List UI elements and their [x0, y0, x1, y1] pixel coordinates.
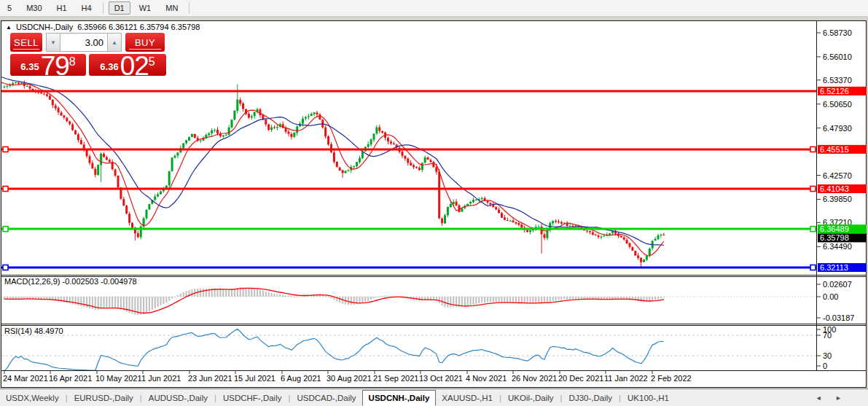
indicator-axis-label: 70 — [823, 331, 832, 340]
buy-price-display[interactable]: 6.36 02 5 — [89, 54, 166, 76]
chart-tab-bar: USDX,Weekly|EURUSD-,Daily|AUDUSD-,Daily|… — [0, 389, 868, 406]
mt4-window: { "toolbar": { "timeframes": [ {"label":… — [0, 0, 868, 406]
indicator-axis-label: 0 — [823, 362, 827, 370]
date-tick-label: 24 Mar 2021 — [3, 374, 48, 383]
bid-price-label-text: 6.35798 — [820, 233, 849, 242]
line-drag-handle[interactable] — [810, 265, 816, 270]
chevron-down-icon: ▼ — [50, 39, 56, 46]
line-drag-handle[interactable] — [3, 147, 8, 152]
buy-price-prefix: 6.36 — [100, 61, 118, 72]
date-tick-label: 23 Jun 2021 — [188, 374, 232, 383]
macd-indicator-label: MACD(12,26,9) -0.002503 -0.004978 — [4, 277, 137, 286]
buy-underline — [129, 49, 160, 50]
collapse-arrow-icon[interactable]: ▲ — [6, 24, 12, 31]
sell-underline — [13, 49, 39, 50]
timeframe-toolbar: 5M30H1H4D1W1MN — [0, 0, 868, 17]
line-drag-handle[interactable] — [3, 265, 8, 270]
price-tick-label: 6.50650 — [823, 100, 852, 109]
price-tick-label: 6.39850 — [823, 195, 852, 203]
indicator-axis-label: -0.03187 — [823, 313, 854, 322]
level-price-label-text: 6.36489 — [820, 225, 849, 233]
sell-button-label: SELL — [14, 37, 39, 48]
indicator-axis-label: 0.00 — [823, 292, 838, 301]
date-tick-label: 1 Jun 2021 — [141, 374, 181, 383]
level-price-label-text: 6.45515 — [820, 145, 849, 154]
sell-price-display[interactable]: 6.35 79 8 — [10, 54, 86, 76]
timeframe-button-H4[interactable]: H4 — [76, 1, 98, 15]
toolbar-separator — [189, 2, 189, 14]
tab-usdcnh-daily[interactable]: USDCNH-,Daily — [362, 390, 437, 406]
chart-ohlc-values: 6.35966 6.36121 6.35794 6.35798 — [77, 23, 200, 31]
tab-ukoil-daily[interactable]: UKOil-,Daily — [502, 391, 560, 405]
one-click-trade-panel: SELL ▼ ▲ BUY 6.35 79 8 6.36 02 5 — [10, 33, 166, 76]
timeframe-button-M30[interactable]: M30 — [20, 1, 47, 15]
buy-button[interactable]: BUY — [125, 33, 165, 52]
date-tick-label: 16 Apr 2021 — [49, 374, 92, 383]
sell-button[interactable]: SELL — [10, 33, 42, 52]
timeframe-button-5[interactable]: 5 — [1, 1, 17, 15]
timeframe-button-H1[interactable]: H1 — [51, 1, 73, 15]
date-tick-label: 6 Aug 2021 — [281, 374, 321, 383]
tab-usdchf-daily[interactable]: USDCHF-,Daily — [217, 391, 288, 405]
date-tick-label: 11 Jan 2022 — [604, 374, 648, 383]
tab-uk100-h1[interactable]: UK100-,H1 — [622, 391, 675, 405]
tab-xauusd-h1[interactable]: XAUUSD-,H1 — [436, 391, 498, 405]
price-tick-label: 6.58730 — [823, 28, 852, 37]
line-drag-handle[interactable] — [3, 227, 8, 232]
volume-decrease-button[interactable]: ▼ — [46, 33, 60, 52]
indicator-axis-label: 0.02607 — [823, 280, 852, 289]
date-tick-label: 13 Oct 2021 — [419, 374, 463, 383]
line-drag-handle[interactable] — [3, 187, 8, 192]
date-tick-label: 15 Jul 2021 — [234, 374, 275, 383]
date-tick-label: 26 Nov 2021 — [512, 374, 557, 383]
timeframe-button-W1[interactable]: W1 — [133, 1, 157, 15]
date-tick-label: 4 Nov 2021 — [466, 374, 507, 383]
timeframe-button-MN[interactable]: MN — [160, 1, 184, 15]
date-tick-label: 20 Dec 2021 — [558, 374, 603, 383]
sell-price-big-digits: 79 — [41, 57, 69, 76]
date-tick-label: 10 May 2021 — [95, 374, 142, 383]
date-tick-label: 30 Aug 2021 — [327, 374, 372, 383]
tab-dj30-daily[interactable]: DJ30-,Daily — [563, 391, 618, 405]
price-tick-label: 6.53370 — [823, 76, 852, 85]
level-price-label-text: 6.52126 — [820, 87, 849, 95]
tab-scroll-arrows[interactable]: ◄ ► — [816, 394, 848, 402]
timeframe-button-D1[interactable]: D1 — [109, 1, 130, 15]
buy-price-big-digits: 02 — [120, 57, 149, 76]
chart-title: ▲ USDCNH-,Daily 6.35966 6.36121 6.35794 … — [6, 23, 200, 31]
tab-audusd-daily[interactable]: AUDUSD-,Daily — [143, 391, 214, 405]
level-price-label-text: 6.41043 — [820, 184, 849, 193]
line-drag-handle[interactable] — [810, 187, 816, 192]
date-tick-label: 21 Sep 2021 — [373, 374, 418, 383]
price-tick-label: 6.56010 — [823, 52, 852, 61]
sell-price-pip-digit: 8 — [69, 58, 76, 66]
buy-button-label: BUY — [135, 37, 155, 48]
price-tick-label: 6.34490 — [823, 242, 852, 251]
price-tick-label: 6.42570 — [823, 171, 852, 180]
tab-usdcad-daily[interactable]: USDCAD-,Daily — [291, 391, 361, 405]
line-drag-handle[interactable] — [810, 147, 816, 152]
chevron-up-icon: ▲ — [112, 39, 117, 46]
toolbar-separator — [103, 2, 103, 14]
tab-usdx-weekly[interactable]: USDX,Weekly — [0, 391, 65, 405]
tab-eurusd-daily[interactable]: EURUSD-,Daily — [69, 391, 139, 405]
indicator-axis-label: 30 — [823, 351, 832, 360]
buy-price-pip-digit: 5 — [149, 58, 155, 66]
volume-input[interactable] — [60, 33, 107, 52]
rsi-indicator-label: RSI(14) 48.4970 — [4, 327, 63, 335]
price-tick-label: 6.47930 — [823, 124, 852, 133]
level-price-label-text: 6.32113 — [820, 263, 848, 272]
sell-price-prefix: 6.35 — [20, 61, 39, 72]
line-drag-handle[interactable] — [810, 227, 816, 232]
date-tick-label: 2 Feb 2022 — [651, 374, 692, 383]
chart-symbol-label: USDCNH-,Daily — [16, 23, 73, 31]
volume-stepper: ▼ ▲ — [46, 33, 122, 52]
volume-increase-button[interactable]: ▲ — [107, 33, 122, 52]
